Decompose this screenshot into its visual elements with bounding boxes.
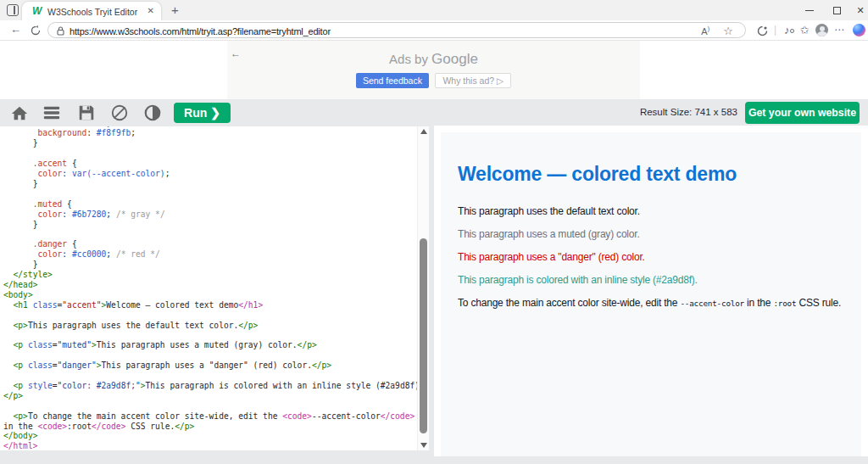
tab-list-icon[interactable] [7,4,19,16]
scroll-thumb[interactable] [420,238,427,433]
browser-shield-icon[interactable] [757,25,768,36]
result-paragraph: This paragraph uses the default text col… [458,205,640,217]
profile-avatar[interactable] [815,24,828,36]
result-paragraph: This paragraph is colored with an inline… [458,274,698,286]
save-icon[interactable] [77,103,96,122]
tryit-main: color: #111827;background: #f8f9fb;}.acc… [0,126,868,464]
result-heading: Welcome — colored text demo [458,163,737,186]
copilot-icon[interactable] [853,24,865,36]
dark-mode-icon[interactable] [143,103,162,122]
editor-scrollbar[interactable] [417,126,429,450]
tab-close-icon[interactable]: ✕ [147,6,154,15]
browser-titlebar: W W3Schools Tryit Editor ✕ + ✕ [0,0,868,20]
run-chevron-icon: ❯ [210,106,220,120]
google-ad: ← Ads by Google Send feedback Why this a… [227,41,640,99]
run-button[interactable]: Run ❯ [174,103,231,123]
ad-title: Ads by Google [227,51,640,68]
minimize-button[interactable] [797,0,822,20]
result-paragraph: To change the main accent color site-wid… [458,297,841,309]
menu-icon[interactable] [42,103,61,122]
ad-row: ← Ads by Google Send feedback Why this a… [0,41,868,99]
why-this-ad-button[interactable]: Why this ad? ▷ [435,73,511,88]
lock-icon [57,26,64,36]
url-bar[interactable]: https://www.w3schools.com/html/tryit.asp… [47,22,746,38]
result-size-label: Result Size: 741 x 583 [640,107,737,117]
w3schools-favicon: W [32,5,42,17]
send-feedback-button[interactable]: Send feedback [356,73,429,88]
get-website-button[interactable]: Get your own website [745,102,860,124]
back-icon[interactable]: ← [10,23,21,36]
browser-tab[interactable]: W W3Schools Tryit Editor ✕ [22,2,161,20]
tab-title: W3Schools Tryit Editor [47,7,137,17]
code-editor[interactable]: color: #111827;background: #f8f9fb;}.acc… [0,126,429,450]
collections-icon[interactable]: ✩ [800,24,810,36]
new-tab-button[interactable]: + [171,3,179,17]
settings-menu-icon[interactable]: ⋯ [834,24,844,36]
essentials-icon[interactable]: ♪ [784,24,790,36]
result-paragraph: This paragraph uses a "danger" (red) col… [458,251,645,263]
close-button[interactable]: ✕ [848,0,868,20]
scroll-up-icon[interactable] [420,129,427,134]
tryit-toolbar: Run ❯ Result Size: 741 x 583 Get your ow… [0,99,868,126]
read-aloud-icon[interactable]: A) [701,25,709,36]
divider: | [774,24,776,36]
code-lines: color: #111827;background: #f8f9fb;}.acc… [3,126,425,450]
result-paragraph: This paragraph uses a muted (gray) color… [458,228,640,240]
result-panel: Welcome — colored text demo This paragra… [434,126,868,456]
refresh-icon[interactable] [31,25,41,36]
favorite-star-icon[interactable]: ☆ [723,25,733,37]
home-icon[interactable] [10,103,29,122]
maximize-button[interactable] [824,0,849,20]
orientation-icon[interactable] [110,103,129,122]
url-text: https://www.w3schools.com/html/tryit.asp… [70,26,331,36]
result-iframe: Welcome — colored text demo This paragra… [441,132,861,456]
browser-addressbar: ← https://www.w3schools.com/html/tryit.a… [0,20,868,41]
scroll-down-icon[interactable] [420,443,427,448]
